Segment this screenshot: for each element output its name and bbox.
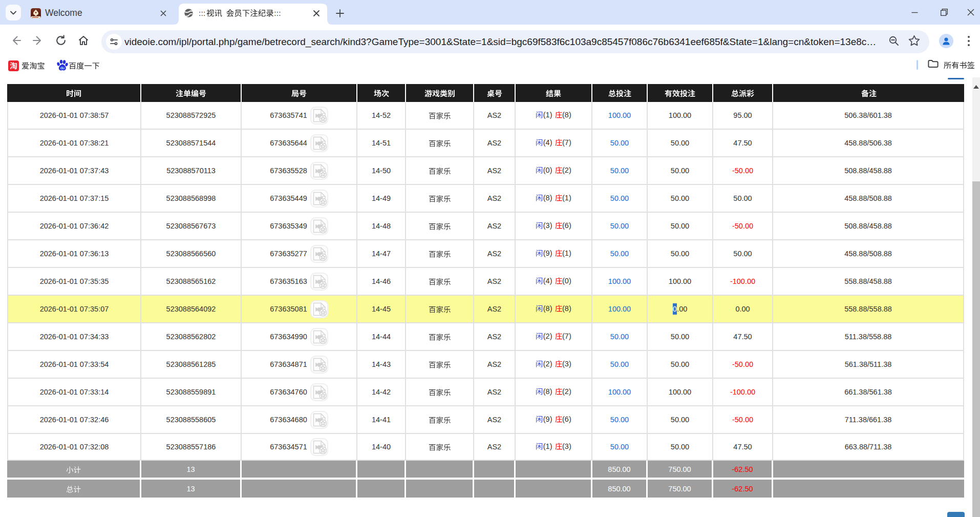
svg-text:du: du bbox=[60, 66, 65, 70]
